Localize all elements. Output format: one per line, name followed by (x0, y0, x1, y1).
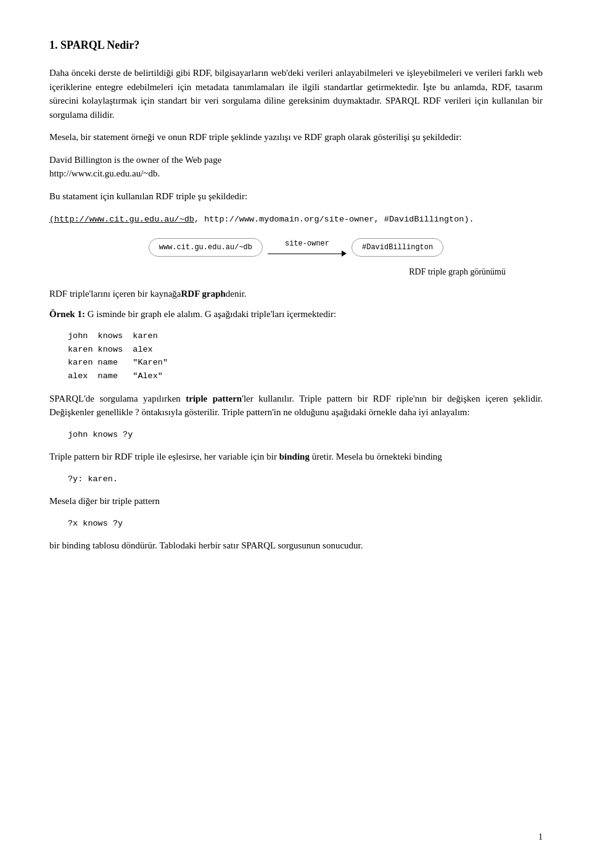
intro-paragraph: Daha önceki derste de belirtildiği gibi … (49, 66, 543, 122)
rdf-graph-diagram: www.cit.gu.edu.au/~db site-owner #DavidB… (149, 238, 443, 257)
triple-pattern2-intro-paragraph: Mesela diğer bir triple pattern (49, 494, 543, 508)
rdf-node-subject: www.cit.gu.edu.au/~db (149, 238, 263, 257)
triple-pattern-explanation-paragraph: Triple pattern bir RDF triple ile eşlesi… (49, 450, 543, 464)
example1-text: G isminde bir graph ele alalım. G aşağıd… (85, 309, 336, 319)
example-intro-paragraph: Mesela, bir statement örneği ve onun RDF… (49, 130, 543, 144)
rdf-triple-rest: , http://www.mydomain.org/site-owner, #D… (194, 215, 474, 224)
triple-pattern-bold: triple pattern (186, 394, 242, 403)
david-statement-text: David Billington is the owner of the Web… (49, 155, 221, 179)
page-title: 1. SPARQL Nedir? (49, 37, 543, 54)
rdf-arrowhead (342, 250, 347, 257)
rdf-node-object: #DavidBillington (352, 238, 443, 257)
rdf-triple-link: (http://www.cit.gu.edu.au/~db (49, 215, 194, 224)
david-statement-paragraph: David Billington is the owner of the Web… (49, 153, 543, 181)
example1-bold: Örnek 1: (49, 309, 85, 319)
conclusion-paragraph: bir binding tablosu döndürür. Tablodaki … (49, 539, 543, 553)
rdf-diagram-section: www.cit.gu.edu.au/~db site-owner #DavidB… (49, 238, 543, 301)
binding-bold: binding (279, 452, 310, 461)
rdf-arrow (268, 250, 347, 257)
code-block-2: john knows ?y (68, 428, 543, 442)
rdf-line (268, 254, 342, 254)
binding-value: ?y: karen. (68, 473, 543, 486)
rdf-triple-code-paragraph: (http://www.cit.gu.edu.au/~db, http://ww… (49, 212, 543, 226)
sparql-intro-paragraph: SPARQL'de sorgulama yapılırken triple pa… (49, 392, 543, 420)
rdf-graph-prefix: RDF triple'larını içeren bir kaynağa (49, 287, 181, 301)
rdf-arrow-section: site-owner (268, 238, 347, 257)
rdf-graph-suffix: denir. (226, 287, 247, 301)
rdf-diagram-visual: www.cit.gu.edu.au/~db site-owner #DavidB… (49, 238, 543, 281)
diagram-caption-text: RDF triple graph görünümü (409, 265, 506, 278)
diagram-caption-right: RDF triple graph görünümü (49, 262, 543, 281)
example1-heading: Örnek 1: G isminde bir graph ele alalım.… (49, 307, 543, 321)
rdf-triple-intro-paragraph: Bu statament için kullanılan RDF triple … (49, 189, 543, 204)
code-block-3: ?x knows ?y (68, 517, 543, 531)
code-block-1: john knows karen karen knows alex karen … (68, 329, 543, 382)
rdf-edge-label: site-owner (285, 238, 329, 249)
rdf-graph-description: RDF triple'larını içeren bir kaynağa RDF… (49, 287, 543, 301)
rdf-graph-bold: RDF graph (181, 287, 225, 301)
